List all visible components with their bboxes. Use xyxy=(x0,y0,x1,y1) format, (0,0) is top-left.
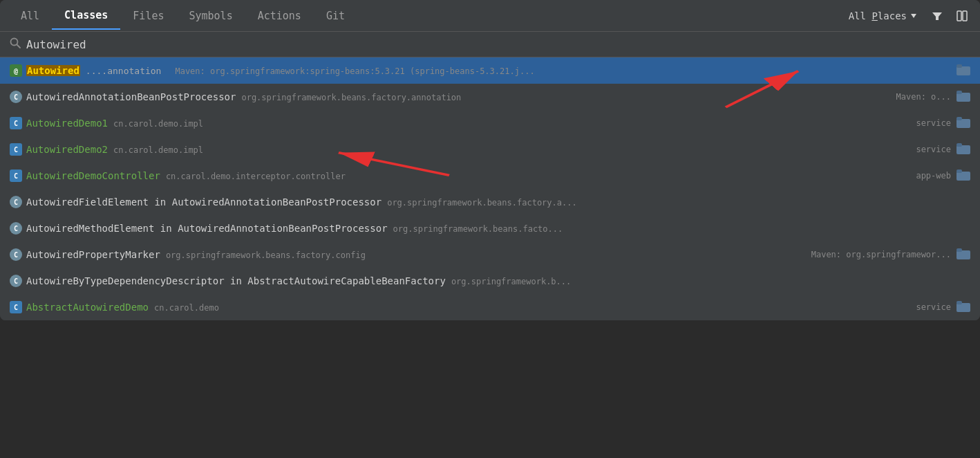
result-name: AutowiredDemo1 xyxy=(26,118,108,129)
class-icon: C xyxy=(10,143,22,156)
result-right: Maven: org.springframewor... xyxy=(811,248,970,262)
result-name: AutowiredDemo2 xyxy=(26,144,108,155)
result-content: AutowiredDemoControllercn.carol.demo.int… xyxy=(26,170,912,181)
class-icon: C xyxy=(10,117,22,129)
folder-icon xyxy=(957,64,970,77)
result-row[interactable]: CAutowiredDemoControllercn.carol.demo.in… xyxy=(0,163,980,189)
results-container: @Autowired ....annotationMaven: org.spri… xyxy=(0,57,980,320)
result-name: AutowiredFieldElement in AutowiredAnnota… xyxy=(26,196,381,208)
annotation-icon: @ xyxy=(10,64,22,77)
result-module: service xyxy=(916,118,951,128)
result-package: org.springframework.b... xyxy=(451,277,571,286)
result-name: AutowireByTypeDependencyDescriptor in Ab… xyxy=(26,275,446,286)
result-row[interactable]: CAutowiredDemo2cn.carol.demo.implservice xyxy=(0,136,980,163)
result-name: AbstractAutowiredDemo xyxy=(26,302,149,313)
result-content: AutowireByTypeDependencyDescriptor in Ab… xyxy=(26,275,966,286)
class-gray-icon: C xyxy=(10,196,22,208)
all-places-button[interactable]: All Places xyxy=(843,8,922,24)
result-package: org.springframework.beans.factory.annota… xyxy=(241,93,461,102)
result-module: service xyxy=(916,302,951,312)
tab-bar: AllClassesFilesSymbolsActionsGit All Pla… xyxy=(0,0,980,32)
layout-icon xyxy=(957,10,968,21)
result-right: Maven: o... xyxy=(896,91,970,104)
chevron-down-icon xyxy=(911,14,916,18)
folder-icon xyxy=(957,117,970,130)
tab-items: AllClassesFilesSymbolsActionsGit xyxy=(8,2,843,30)
result-package: org.springframework.beans.factory.a... xyxy=(387,198,577,208)
result-row[interactable]: CAutowireByTypeDependencyDescriptor in A… xyxy=(0,268,980,294)
svg-rect-10 xyxy=(957,117,962,120)
result-module: app-web xyxy=(916,171,951,181)
result-package: cn.carol.demo.impl xyxy=(113,145,203,155)
folder-icon xyxy=(957,248,970,262)
result-right: service xyxy=(916,301,970,314)
tab-classes[interactable]: Classes xyxy=(52,2,120,30)
tab-all[interactable]: All xyxy=(8,3,52,29)
result-right: app-web xyxy=(916,170,970,183)
svg-rect-8 xyxy=(957,91,962,94)
result-content: AutowiredPropertyMarkerorg.springframewo… xyxy=(26,249,807,260)
folder-icon xyxy=(957,91,970,104)
tab-files[interactable]: Files xyxy=(120,3,176,29)
result-row[interactable]: CAutowiredFieldElement in AutowiredAnnot… xyxy=(0,189,980,215)
filter-icon xyxy=(932,10,943,21)
result-package: org.springframework.beans.facto... xyxy=(393,224,563,234)
result-row[interactable]: CAutowiredAnnotationBeanPostProcessororg… xyxy=(0,84,980,110)
class-icon: C xyxy=(10,170,22,182)
svg-rect-2 xyxy=(963,11,967,21)
result-content: AutowiredDemo1cn.carol.demo.impl xyxy=(26,118,912,129)
search-input[interactable] xyxy=(26,38,970,51)
svg-rect-14 xyxy=(957,170,962,173)
result-module: Maven: o... xyxy=(896,92,951,102)
folder-icon xyxy=(957,301,970,314)
result-package: cn.carol.demo.interceptor.controller xyxy=(166,172,346,181)
tab-actions[interactable]: Actions xyxy=(245,3,314,29)
result-row[interactable]: @Autowired ....annotationMaven: org.spri… xyxy=(0,57,980,84)
class-gray-icon: C xyxy=(10,222,22,235)
result-name: AutowiredAnnotationBeanPostProcessor xyxy=(26,91,236,102)
result-content: AutowiredFieldElement in AutowiredAnnota… xyxy=(26,196,966,208)
result-content: Autowired ....annotationMaven: org.sprin… xyxy=(26,65,952,76)
svg-rect-6 xyxy=(957,64,962,68)
result-name: AutowiredDemoController xyxy=(26,170,160,181)
result-name: AutowiredPropertyMarker xyxy=(26,249,160,260)
svg-rect-16 xyxy=(957,248,962,252)
result-content: AutowiredDemo2cn.carol.demo.impl xyxy=(26,144,912,155)
result-row[interactable]: CAutowiredPropertyMarkerorg.springframew… xyxy=(0,241,980,268)
result-package: cn.carol.demo.impl xyxy=(113,119,203,129)
svg-rect-1 xyxy=(957,11,961,21)
result-annotation: ....annotation xyxy=(86,66,162,76)
result-content: AbstractAutowiredDemocn.carol.demo xyxy=(26,302,912,313)
result-package: cn.carol.demo xyxy=(154,303,219,313)
result-content: AutowiredMethodElement in AutowiredAnnot… xyxy=(26,223,966,234)
result-name-highlighted: Autowired xyxy=(26,65,80,76)
result-package: org.springframework.beans.factory.config xyxy=(166,250,366,260)
result-module: service xyxy=(916,145,951,154)
result-row[interactable]: CAbstractAutowiredDemocn.carol.demoservi… xyxy=(0,294,980,320)
svg-rect-18 xyxy=(957,301,962,304)
class-icon: C xyxy=(10,301,22,313)
search-icon xyxy=(10,37,21,51)
result-row[interactable]: CAutowiredDemo1cn.carol.demo.implservice xyxy=(0,110,980,136)
class-gray-icon: C xyxy=(10,275,22,287)
result-right: service xyxy=(916,143,970,156)
result-right: service xyxy=(916,117,970,130)
svg-rect-12 xyxy=(957,143,962,147)
class-gray-icon: C xyxy=(10,248,22,261)
result-content: AutowiredAnnotationBeanPostProcessororg.… xyxy=(26,91,892,102)
result-name: AutowiredMethodElement in AutowiredAnnot… xyxy=(26,223,388,234)
tab-git[interactable]: Git xyxy=(314,3,357,29)
layout-button[interactable] xyxy=(952,6,972,26)
tab-symbols[interactable]: Symbols xyxy=(176,3,245,29)
folder-icon xyxy=(957,170,970,183)
search-bar xyxy=(0,32,980,57)
search-everywhere-dialog: AllClassesFilesSymbolsActionsGit All Pla… xyxy=(0,0,980,320)
results-list: @Autowired ....annotationMaven: org.spri… xyxy=(0,57,980,320)
filter-button[interactable] xyxy=(927,6,947,26)
tab-right: All Places xyxy=(843,6,972,26)
folder-icon xyxy=(957,143,970,156)
result-row[interactable]: CAutowiredMethodElement in AutowiredAnno… xyxy=(0,215,980,241)
all-places-label: All Places xyxy=(849,10,907,21)
class-gray-icon: C xyxy=(10,91,22,103)
result-module: Maven: org.springframewor... xyxy=(811,250,951,259)
